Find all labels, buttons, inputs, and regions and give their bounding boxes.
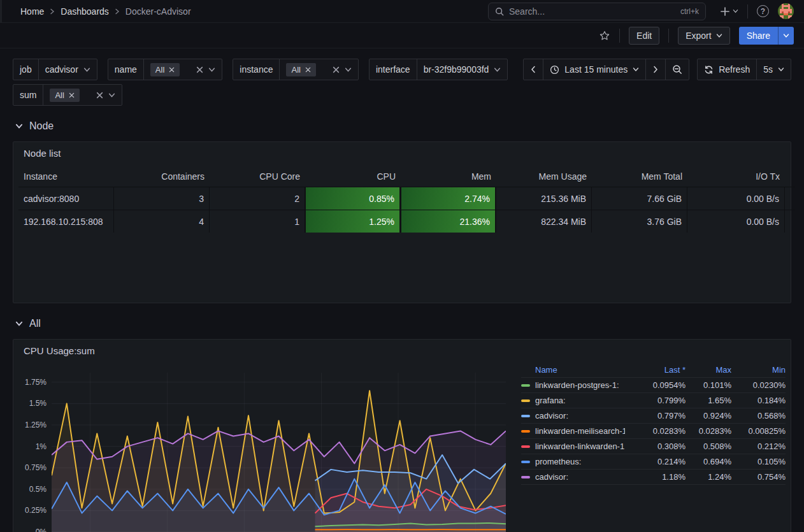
- section-all[interactable]: All: [15, 316, 789, 331]
- chevron-down-icon: [15, 122, 23, 130]
- time-range-picker[interactable]: Last 15 minutes: [543, 59, 646, 80]
- section-title: All: [29, 318, 41, 329]
- table-cell: 192.168.10.215:808: [18, 210, 114, 233]
- export-button[interactable]: Export: [678, 27, 729, 45]
- add-button[interactable]: [720, 6, 738, 17]
- share-button[interactable]: Share: [739, 27, 778, 45]
- divider: [668, 29, 669, 43]
- breadcrumb-dashboards[interactable]: Dashboards: [61, 6, 109, 17]
- y-axis-label: 0.5%: [29, 485, 47, 494]
- legend-series-toggle[interactable]: cadvisor:: [521, 472, 625, 482]
- filter-pill[interactable]: All: [150, 63, 180, 76]
- refresh-icon: [704, 65, 714, 75]
- legend-row: linkwarden-postgres-1:0.0954%0.101%0.023…: [521, 378, 786, 393]
- filter-pill[interactable]: All: [286, 63, 315, 76]
- legend-series-toggle[interactable]: prometheus:: [521, 457, 625, 466]
- legend-row: cadvisor:1.18%1.24%0.754%: [521, 470, 786, 485]
- series-last-value: 0.214%: [625, 457, 686, 466]
- share-menu-button[interactable]: [778, 27, 794, 45]
- legend-series-toggle[interactable]: cadvisor:: [521, 411, 625, 421]
- legend-row: linkwarden-linkwarden-1:0.308%0.508%0.21…: [521, 439, 786, 454]
- refresh-interval-picker[interactable]: 5s: [757, 59, 791, 80]
- legend-series-toggle[interactable]: linkwarden-postgres-1:: [521, 380, 625, 390]
- time-shift-forward-button[interactable]: [646, 59, 666, 80]
- divider: [747, 4, 748, 18]
- series-name: grafana:: [535, 396, 566, 405]
- avatar[interactable]: [778, 3, 794, 19]
- chevron-down-icon: [83, 66, 90, 73]
- series-last-value: 1.18%: [625, 472, 686, 482]
- search-input[interactable]: Search... ctrl+k: [488, 3, 706, 20]
- time-controls: Last 15 minutes: [523, 59, 791, 80]
- legend-row: prometheus:0.214%0.694%0.105%: [521, 454, 786, 470]
- series-min-value: 0.754%: [731, 472, 786, 482]
- chevron-down-icon: [633, 66, 639, 73]
- series-color-swatch: [521, 445, 530, 448]
- legend-col-last[interactable]: Last *: [625, 365, 686, 375]
- table-cell: 3: [114, 187, 210, 210]
- series-min-value: 0.105%: [731, 457, 786, 466]
- y-axis-label: 1.5%: [29, 399, 47, 408]
- column-header[interactable]: CPU Core: [210, 166, 305, 187]
- edit-button[interactable]: Edit: [629, 27, 659, 45]
- column-header[interactable]: I/O Tx: [687, 166, 785, 187]
- series-max-value: 0.508%: [686, 442, 731, 451]
- legend-col-min[interactable]: Min: [731, 365, 786, 375]
- legend-row: linkwarden-meilisearch-1:0.0283%0.0283%0…: [521, 424, 786, 439]
- column-header[interactable]: Mem Usage: [496, 166, 592, 187]
- help-button[interactable]: ?: [757, 5, 769, 17]
- column-header[interactable]: CPU: [305, 166, 401, 187]
- filter-instance-value[interactable]: All: [280, 59, 357, 80]
- table-cell-spacer: [785, 210, 795, 233]
- filter-interface: interface br-32f9b99003fd: [369, 59, 508, 80]
- chevron-left-icon: [530, 66, 536, 73]
- zoom-out-button[interactable]: [666, 59, 689, 80]
- table-cell: 3.76 GiB: [592, 210, 687, 233]
- column-header[interactable]: Mem: [401, 166, 496, 187]
- series-color-swatch: [521, 430, 530, 433]
- column-header[interactable]: Containers: [114, 166, 210, 187]
- node-list-panel: Node list InstanceContainersCPU CoreCPUM…: [13, 141, 791, 303]
- y-axis-label: 0.75%: [25, 463, 47, 472]
- filter-pill[interactable]: All: [50, 89, 79, 102]
- series-last-value: 0.0283%: [625, 426, 686, 436]
- breadcrumb-home[interactable]: Home: [20, 6, 44, 17]
- section-title: Node: [29, 120, 54, 132]
- legend-row: cadvisor:0.797%0.924%0.568%: [521, 408, 786, 424]
- chevron-down-icon: [345, 66, 352, 73]
- variable-filters: job cadvisor name All: [13, 59, 513, 106]
- series-min-value: 0.0230%: [731, 380, 786, 390]
- series-min-value: 0.00825%: [731, 426, 786, 436]
- filter-interface-value[interactable]: br-32f9b99003fd: [417, 59, 508, 80]
- filter-name-value[interactable]: All: [144, 59, 222, 80]
- legend-col-max[interactable]: Max: [686, 365, 731, 375]
- refresh-button[interactable]: Refresh: [698, 59, 757, 80]
- clear-icon[interactable]: [196, 66, 203, 73]
- dashboard-canvas: job cadvisor name All: [0, 48, 804, 532]
- column-header[interactable]: Mem Total: [592, 166, 687, 187]
- column-header[interactable]: Instance: [18, 166, 114, 187]
- table-cell: cadvisor:8080: [18, 187, 114, 210]
- clear-icon[interactable]: [96, 92, 103, 99]
- time-series-plot[interactable]: [52, 373, 506, 532]
- chart-legend: Name Last * Max Min linkwarden-postgres-…: [521, 363, 786, 532]
- legend-col-name[interactable]: Name: [521, 365, 625, 375]
- filter-sum-value[interactable]: All: [43, 85, 121, 105]
- legend-series-toggle[interactable]: linkwarden-linkwarden-1:: [521, 442, 625, 451]
- clear-icon[interactable]: [333, 66, 340, 73]
- nav-actions: ?: [720, 3, 794, 19]
- section-node[interactable]: Node: [15, 119, 789, 134]
- legend-series-toggle[interactable]: grafana:: [521, 396, 625, 405]
- time-shift-back-button[interactable]: [524, 59, 543, 80]
- series-last-value: 0.797%: [625, 411, 686, 421]
- clock-icon: [550, 65, 559, 75]
- filter-job-value[interactable]: cadvisor: [39, 59, 97, 80]
- legend-series-toggle[interactable]: linkwarden-meilisearch-1:: [521, 426, 625, 436]
- star-button[interactable]: [599, 30, 610, 41]
- series-min-value: 0.568%: [731, 411, 786, 421]
- series-color-swatch: [521, 384, 530, 387]
- filter-job-label: job: [13, 59, 39, 80]
- chevron-down-icon: [783, 32, 789, 39]
- table-cell: 0.00 B/s: [687, 210, 785, 233]
- series-last-value: 0.0954%: [625, 380, 686, 390]
